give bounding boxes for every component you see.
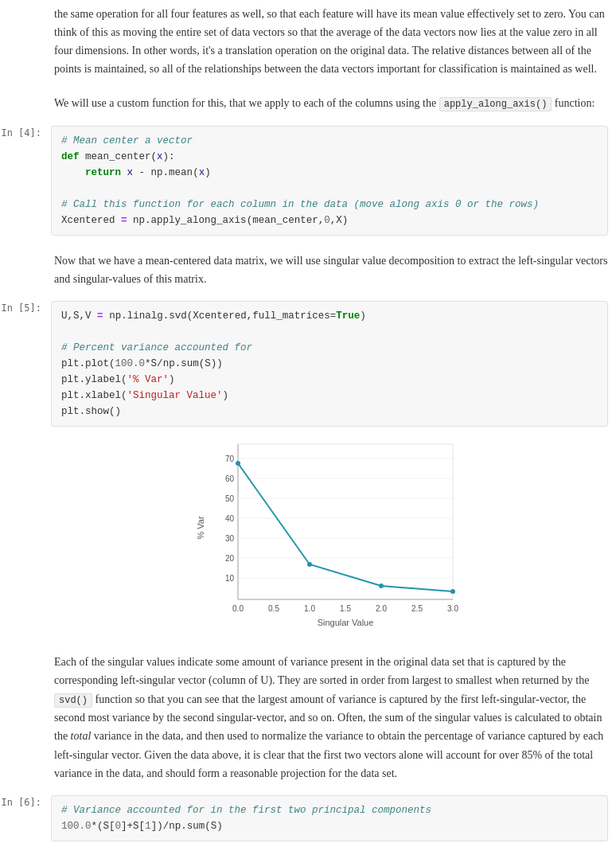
code-mean: mean bbox=[169, 167, 193, 178]
code-eq2: = bbox=[97, 310, 103, 322]
code-np3: np bbox=[109, 310, 121, 322]
y-tick-10: 10 bbox=[225, 574, 235, 583]
code-s6: S bbox=[211, 821, 217, 832]
code-plot: plot bbox=[85, 358, 109, 369]
x-axis-label: Singular Value bbox=[318, 618, 374, 627]
code-eq: = bbox=[121, 215, 127, 226]
cell-content-in5: U,S,V = np.linalg.svd(Xcentered,full_mat… bbox=[48, 298, 616, 640]
svg-rect-0 bbox=[238, 444, 453, 599]
code-fm: full_matrices bbox=[252, 310, 330, 322]
code-plt4: plt bbox=[61, 406, 80, 417]
code-svd: svd bbox=[169, 310, 187, 322]
code-return: return bbox=[85, 167, 121, 178]
code-plt2: plt bbox=[61, 374, 80, 385]
data-point-1 bbox=[307, 562, 312, 567]
y-tick-30: 30 bbox=[225, 534, 235, 543]
code-s2: S bbox=[151, 358, 158, 369]
cell-in5: In [5]: U,S,V = np.linalg.svd(Xcentered,… bbox=[0, 298, 616, 640]
svd-func-code: svd() bbox=[54, 693, 92, 708]
y-axis-label: % Var bbox=[196, 516, 205, 539]
code-np5: np bbox=[169, 821, 181, 832]
x-tick-20: 2.0 bbox=[376, 604, 387, 613]
chart-container: % Var 10 20 30 40 bbox=[51, 433, 608, 630]
code-show: show bbox=[85, 406, 109, 417]
y-tick-70: 70 bbox=[225, 455, 235, 463]
cell-in4: In [4]: # Mean center a vector def mean_… bbox=[0, 123, 616, 239]
code-np: np bbox=[151, 167, 163, 178]
x-tick-05: 0.5 bbox=[268, 604, 279, 613]
x-tick-25: 2.5 bbox=[411, 604, 423, 613]
code-pct-comment: # Percent variance accounted for bbox=[61, 342, 252, 353]
code-100-2: 100.0 bbox=[61, 821, 92, 832]
code-plt1: plt bbox=[61, 358, 80, 369]
cell-content-in6: # Variance accounted for in the first tw… bbox=[48, 792, 616, 843]
x-tick-15: 1.5 bbox=[340, 604, 351, 613]
code-variance-comment: # Variance accounted for in the first tw… bbox=[61, 805, 431, 816]
cell-content-in4: # Mean center a vector def mean_center(x… bbox=[48, 123, 616, 239]
y-tick-60: 60 bbox=[225, 474, 235, 483]
code-s4: S bbox=[103, 821, 110, 832]
code-true: True bbox=[336, 310, 360, 322]
data-point-2 bbox=[379, 583, 384, 588]
code-v: V bbox=[85, 310, 92, 322]
total-italic: total bbox=[71, 730, 92, 742]
cell-in6: In [6]: # Variance accounted for in the … bbox=[0, 792, 616, 843]
code-s: S bbox=[73, 310, 80, 322]
data-point-0 bbox=[236, 461, 240, 466]
code-block-6[interactable]: # Variance accounted for in the first tw… bbox=[51, 795, 608, 841]
code-ystr: '% Var' bbox=[127, 374, 170, 385]
code-mc: mean_center bbox=[252, 215, 318, 226]
code-xstr: 'Singular Value' bbox=[127, 390, 223, 401]
code-X: X bbox=[336, 215, 342, 226]
function-label: function: bbox=[555, 97, 595, 109]
code-idx0: 0 bbox=[115, 821, 122, 832]
code-block-4[interactable]: # Mean center a vector def mean_center(x… bbox=[51, 126, 608, 236]
code-usv: U bbox=[61, 310, 68, 322]
code-idx1: 1 bbox=[145, 821, 151, 832]
code-np4: np bbox=[163, 358, 175, 369]
svd-desc-2: function so that you can see that the la… bbox=[54, 693, 603, 779]
code-param-x: x bbox=[157, 151, 163, 162]
code-s3: S bbox=[205, 358, 211, 369]
x-tick-10: 1.0 bbox=[304, 604, 315, 613]
code-x: x bbox=[127, 167, 134, 178]
data-point-3 bbox=[450, 589, 455, 594]
cell-label-in4: In [4]: bbox=[0, 123, 48, 141]
custom-fn-desc: We will use a custom function for this, … bbox=[54, 97, 436, 109]
y-tick-50: 50 bbox=[225, 494, 235, 503]
y-tick-40: 40 bbox=[225, 514, 235, 523]
variance-chart: % Var 10 20 30 40 bbox=[194, 436, 465, 627]
page: the same operation for all four features… bbox=[0, 0, 616, 843]
intro-text: the same operation for all four features… bbox=[54, 8, 605, 75]
svd-intro: Now that we have a mean-centered data ma… bbox=[54, 255, 607, 285]
svd-desc-1: Each of the singular values indicate som… bbox=[54, 656, 589, 686]
code-xcentered: Xcentered bbox=[61, 215, 115, 226]
code-xc: Xcentered bbox=[193, 310, 247, 322]
code-xlabel: xlabel bbox=[85, 390, 121, 401]
y-tick-20: 20 bbox=[225, 554, 235, 563]
code-comment-2: # Call this function for each column in … bbox=[61, 199, 539, 210]
code-apply: apply_along_axis bbox=[151, 215, 247, 226]
intro-text-block: the same operation for all four features… bbox=[0, 0, 616, 83]
code-linalg: linalg bbox=[127, 310, 163, 322]
apply-along-axis-code: apply_along_axis() bbox=[439, 97, 552, 111]
code-zero: 0 bbox=[324, 215, 330, 226]
cell-label-in5: In [5]: bbox=[0, 298, 48, 316]
code-sum2: sum bbox=[187, 821, 205, 832]
code-comment-1: # Mean center a vector bbox=[61, 135, 193, 146]
code-ylabel: ylabel bbox=[85, 374, 121, 385]
svd-desc-text: Each of the singular values indicate som… bbox=[0, 648, 616, 786]
code-np2: np bbox=[133, 215, 145, 226]
code-100: 100.0 bbox=[115, 358, 146, 369]
x-tick-30: 3.0 bbox=[447, 604, 458, 613]
svd-intro-text: Now that we have a mean-centered data ma… bbox=[0, 247, 616, 293]
code-x2: x bbox=[199, 167, 205, 178]
x-tick-00: 0.0 bbox=[232, 604, 244, 613]
code-block-5[interactable]: U,S,V = np.linalg.svd(Xcentered,full_mat… bbox=[51, 301, 608, 427]
cell-label-in6: In [6]: bbox=[0, 792, 48, 810]
code-sum: sum bbox=[181, 358, 199, 369]
code-def: def bbox=[61, 151, 80, 162]
custom-fn-text: We will use a custom function for this, … bbox=[0, 89, 616, 118]
code-s5: S bbox=[133, 821, 139, 832]
code-plt3: plt bbox=[61, 390, 80, 401]
